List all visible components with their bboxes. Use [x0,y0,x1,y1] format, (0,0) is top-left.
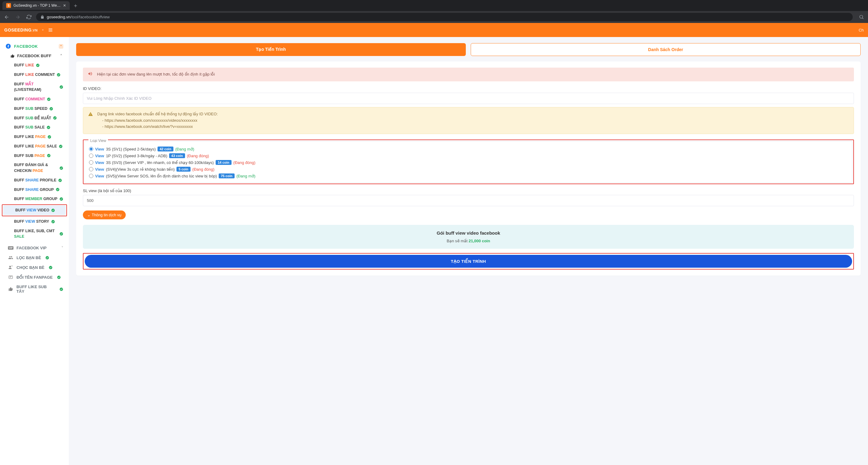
radio-input[interactable] [89,147,93,151]
sidebar-item[interactable]: BUFF LIKE [2,61,67,70]
sidebar-item[interactable]: BUFF SUB SPEED [2,104,67,114]
check-icon [48,135,51,139]
sidebar-item[interactable]: BUFF ĐÁNH GIÁ & CHECKIN PAGE [2,160,67,176]
view-type-fieldset: Loại View View 3S (SV1) (Speed 2-5k/days… [85,141,852,183]
browser-tab[interactable]: S GoSeeding.vn - TOP 1 Website ✕ [2,1,70,10]
check-icon [51,220,55,224]
rename-icon [8,275,13,280]
id-video-label: ID VIDEO: [83,86,854,91]
tab-create-process[interactable]: Tạo Tiến Trình [76,43,466,56]
check-icon [57,73,61,77]
banner-text: Hiện tại các đơn view đang lên mượt hơn,… [97,71,215,78]
sidebar-item[interactable]: BUFF SHARE PROFILE [2,176,67,185]
create-process-button[interactable]: TẠO TIẾN TRÌNH [85,255,852,268]
sidebar-item[interactable]: BUFF SUB SALE [2,123,67,132]
sidebar-item[interactable]: BUFF LIKE, SUB, CMT SALE [2,226,67,242]
check-icon [59,197,63,201]
svg-point-2 [36,64,39,67]
view-type-option[interactable]: View 3S (SV1) (Speed 2-5k/days) 42 coin … [89,146,848,152]
sidebar-item[interactable]: BUFF LIKE PAGE [2,132,67,142]
check-icon [46,125,51,129]
radio-input[interactable] [89,160,93,164]
reload-button[interactable] [25,13,32,21]
sidebar-item[interactable]: BUFF LIKE COMMENT [2,70,67,80]
check-icon [51,208,55,212]
url-text: goseeding.vn/tool/facebookbuffview [47,15,110,19]
forward-button[interactable] [14,13,22,21]
submit-highlight: TẠO TIẾN TRÌNH [83,253,854,270]
check-icon [49,107,53,111]
tab-order-list[interactable]: Danh Sách Order [471,43,861,56]
view-type-option[interactable]: View (SV5)(View Server SOS, lên ổn định … [89,173,848,179]
coin-badge: 5 coin [177,167,190,172]
sidebar-item[interactable]: BUFF VIEW STORY [2,217,67,226]
sidebar-item[interactable]: BUFF LIKE SUB TÂY [2,282,67,296]
menu-toggle-icon[interactable] [48,28,53,32]
app-header: GOSEEDING.VN • Ch [0,23,868,37]
sidebar-item[interactable]: LỌC BẠN BÈ [2,253,67,262]
status-text: (Đang mở) [237,174,255,178]
status-text: (Đang đóng) [192,167,214,172]
fieldset-legend: Loại View [88,138,108,143]
check-icon [49,266,53,270]
svg-point-8 [47,126,50,129]
view-type-option[interactable]: View (SV4)(View 3s cực rẻ không hoàn tiề… [89,166,848,173]
sidebar-section-facebook-buff[interactable]: FACEBOOK BUFF ˄ [2,51,67,61]
service-info-button[interactable]: ⌄ Thông tin dịch vụ [83,211,126,219]
check-icon [53,116,57,120]
radio-input[interactable] [89,174,93,178]
id-video-input[interactable] [83,93,854,104]
megaphone-icon [88,71,93,76]
quantity-label: SL view (là bội số của 100) [83,188,854,193]
sidebar-item[interactable]: BUFF COMMENT [2,95,67,104]
sidebar-item[interactable]: BUFF MEMBER GROUP [2,194,67,204]
check-icon [47,97,51,101]
form-card: Hiện tại các đơn view đang lên mượt hơn,… [76,61,861,276]
header-right-text: Ch [859,28,864,32]
svg-point-3 [57,73,60,76]
sidebar-item[interactable]: BUFF LIKE PAGE SALE [2,142,67,151]
radio-input[interactable] [89,154,93,158]
svg-point-7 [53,116,57,120]
note-line: - https://www.facebook.com/xxxxxxxx/vide… [97,118,218,124]
view-type-option[interactable]: View 1P (SV2) (Speed 3-8k/ngày - ADB) 43… [89,152,848,159]
back-button[interactable] [3,13,10,21]
sidebar-item[interactable]: VIPFACEBOOK VIP˅ [2,243,67,253]
new-tab-button[interactable]: ＋ [73,2,78,9]
radio-input[interactable] [89,167,93,171]
quantity-input[interactable] [83,195,854,206]
status-text: (Đang đóng) [234,160,255,165]
search-icon[interactable] [858,13,865,21]
sidebar-item[interactable]: BUFF SHARE GROUP [2,185,67,194]
svg-point-24 [60,287,63,291]
vip-icon: VIP [8,246,13,250]
close-icon[interactable]: ✕ [63,3,66,8]
coin-badge: 43 coin [169,153,185,158]
view-type-option[interactable]: View 3S (SV3) (Server VIP , lên nhanh, c… [89,159,848,166]
check-icon [58,178,62,182]
sidebar-item[interactable]: ĐỔI TÊN FANPAGE [2,272,67,282]
svg-point-16 [51,209,55,212]
brand-logo[interactable]: GOSEEDING.VN [4,28,38,32]
svg-point-20 [9,266,11,268]
coin-badge: 42 coin [157,147,174,151]
coin-badge: 14 coin [216,160,231,165]
status-text: (Đang mở) [175,147,194,151]
sidebar-item[interactable]: BUFF MẮT (LIVESTREAM) [2,80,67,95]
status-text: (Đang đóng) [187,154,209,158]
address-bar: goseeding.vn/tool/facebookbuffview [0,11,868,23]
sidebar-group-facebook[interactable]: FACEBOOK ˄ [2,41,67,51]
url-field[interactable]: goseeding.vn/tool/facebookbuffview [36,13,853,21]
sidebar-item[interactable]: BUFF SUB ĐỀ XUẤT [2,114,67,123]
chevron-up-icon: ˄ [59,44,64,49]
svg-point-14 [56,188,59,191]
sidebar-item[interactable]: CHỌC BẠN BÈ [2,262,67,272]
svg-point-6 [50,107,53,111]
sidebar-active-highlight: BUFF VIEW VIDEO [2,204,67,216]
svg-point-13 [58,179,62,182]
svg-point-4 [60,85,63,89]
sidebar: FACEBOOK ˄ FACEBOOK BUFF ˄ BUFF LIKEBUFF… [0,37,69,465]
sidebar-item[interactable]: BUFF VIEW VIDEO [3,206,66,215]
sidebar-item[interactable]: BUFF SUB PAGE [2,151,67,161]
svg-point-19 [45,256,49,259]
